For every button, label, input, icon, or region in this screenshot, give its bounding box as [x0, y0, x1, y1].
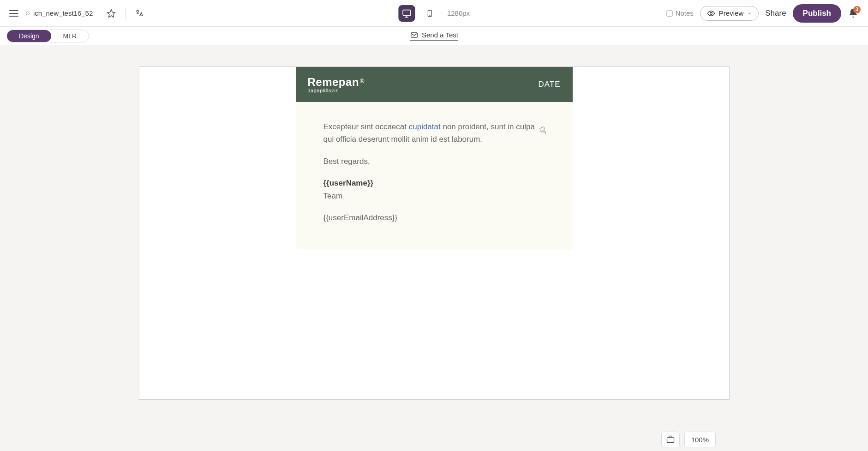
email-body[interactable]: Excepteur sint occaecat cupidatat non pr… — [296, 102, 573, 250]
menu-icon[interactable] — [9, 9, 18, 18]
desktop-device-button[interactable] — [398, 5, 415, 22]
svg-rect-5 — [411, 32, 417, 37]
svg-point-4 — [710, 12, 712, 14]
tab-design[interactable]: Design — [7, 30, 51, 42]
mobile-device-button[interactable] — [421, 5, 438, 22]
checkbox-icon — [666, 10, 673, 17]
brand-block: Remepan® dagapliflozin — [308, 76, 365, 93]
doc-title-wrap[interactable]: ich_new_test16_52 — [26, 9, 93, 17]
svg-rect-6 — [667, 438, 674, 443]
brand-name: Remepan — [308, 76, 359, 88]
star-icon[interactable] — [107, 9, 116, 18]
document-title: ich_new_test16_52 — [33, 9, 93, 17]
send-test-label: Send a Test — [422, 31, 458, 39]
preview-label: Preview — [719, 9, 743, 17]
language-icon[interactable] — [135, 9, 144, 18]
email-signature-block: {{userName}} Team — [323, 177, 545, 202]
notes-label: Notes — [676, 9, 694, 17]
signature-name: {{userName}} — [323, 179, 374, 187]
canvas-frame[interactable]: Remepan® dagapliflozin DATE Excepteur si… — [139, 66, 730, 400]
briefcase-icon — [666, 435, 675, 444]
notification-count-badge: 3 — [853, 6, 861, 13]
share-button[interactable]: Share — [765, 9, 786, 18]
email-paragraph: Excepteur sint occaecat cupidatat non pr… — [323, 120, 545, 145]
tab-mlr[interactable]: MLR — [51, 30, 89, 42]
secondary-toolbar: Design MLR Send a Test — [0, 27, 868, 45]
signature-email: {{userEmailAddress}} — [323, 211, 545, 224]
eye-icon — [707, 9, 715, 18]
svg-point-3 — [429, 15, 430, 15]
top-header: ich_new_test16_52 1280px Notes Preview S… — [0, 0, 868, 27]
chevron-down-icon — [747, 11, 752, 16]
device-switcher: 1280px — [398, 5, 470, 22]
viewport-width-label: 1280px — [447, 9, 470, 17]
para-text-before: Excepteur sint occaecat — [323, 122, 409, 131]
svg-rect-1 — [403, 10, 411, 15]
email-link[interactable]: cupidatat — [409, 122, 443, 131]
svg-marker-0 — [108, 9, 115, 17]
mail-icon — [410, 31, 418, 39]
briefcase-button[interactable] — [661, 432, 680, 447]
date-placeholder: DATE — [538, 80, 560, 89]
divider — [125, 8, 126, 19]
registered-mark: ® — [360, 78, 365, 84]
signature-team: Team — [323, 192, 343, 200]
mode-segmented-control: Design MLR — [6, 30, 89, 42]
notifications-button[interactable]: 3 — [848, 8, 859, 19]
notes-toggle[interactable]: Notes — [666, 9, 694, 17]
zoom-level[interactable]: 100% — [684, 432, 716, 447]
email-preview[interactable]: Remepan® dagapliflozin DATE Excepteur si… — [296, 67, 573, 250]
status-dot-icon — [26, 12, 30, 15]
bottom-controls: 100% — [661, 432, 716, 447]
email-regards: Best regards, — [323, 155, 545, 168]
preview-button[interactable]: Preview — [700, 6, 759, 21]
email-header: Remepan® dagapliflozin DATE — [296, 67, 573, 102]
send-test-button[interactable]: Send a Test — [410, 31, 458, 41]
publish-button[interactable]: Publish — [793, 4, 841, 23]
top-left-group: ich_new_test16_52 — [9, 8, 144, 19]
top-right-group: Notes Preview Share Publish 3 — [666, 4, 859, 23]
canvas-area: Remepan® dagapliflozin DATE Excepteur si… — [0, 45, 868, 400]
